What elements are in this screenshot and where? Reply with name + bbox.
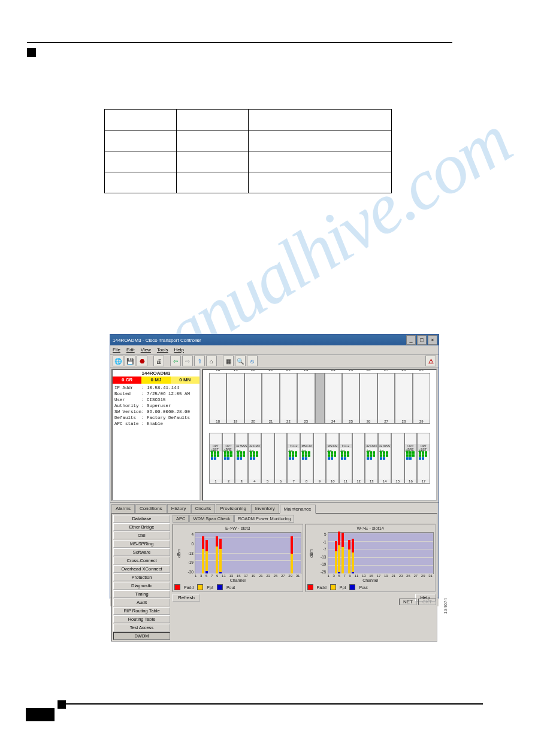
- main-tab-circuits[interactable]: Circuits: [191, 504, 216, 513]
- status-net[interactable]: NET: [399, 599, 417, 605]
- alarm-icon[interactable]: ⚠: [425, 356, 436, 366]
- slot-6[interactable]: 6: [274, 433, 288, 484]
- sub-tab-wdm-span-check[interactable]: WDM Span Check: [189, 515, 234, 523]
- slot-24[interactable]: 2424: [325, 373, 342, 424]
- slot-21[interactable]: 2121: [262, 373, 279, 424]
- alarm-mj[interactable]: 0 MJ: [141, 377, 170, 384]
- zoom-icon[interactable]: 🔍: [235, 356, 246, 366]
- slot-10[interactable]: 10MS/CMAct: [326, 433, 339, 484]
- slot-11[interactable]: 11TCC2Act: [339, 433, 352, 484]
- globe-icon[interactable]: 🌐: [113, 356, 123, 366]
- slot-17[interactable]: 17OPT BSTAct: [417, 433, 430, 484]
- slot-5[interactable]: 5: [261, 433, 274, 484]
- figure-number: 134674: [443, 598, 448, 614]
- slot-25[interactable]: 2525: [342, 373, 359, 424]
- ctc-screenshot: 144ROADM3 - Cisco Transport Controller _…: [110, 334, 439, 599]
- side-btn-ether-bridge[interactable]: Ether Bridge: [113, 523, 170, 531]
- print-icon[interactable]: 🖨: [153, 356, 164, 366]
- side-btn-software[interactable]: Software: [113, 548, 170, 556]
- menu-help[interactable]: Help: [174, 347, 184, 353]
- slot-16[interactable]: 16OPT PREAct: [404, 433, 418, 484]
- side-btn-routing-table[interactable]: Routing Table: [113, 615, 170, 623]
- side-btn-dwdm[interactable]: DWDM: [113, 632, 170, 640]
- slot-29[interactable]: 2929: [413, 373, 430, 424]
- link-icon[interactable]: ⎋: [247, 356, 258, 366]
- slot-23[interactable]: 2323: [297, 373, 315, 424]
- menu-view[interactable]: View: [141, 347, 151, 353]
- slot-1[interactable]: 1OPT BSTAct: [209, 433, 222, 484]
- node-title: 144ROADM3: [113, 370, 200, 377]
- maintenance-side-buttons: DatabaseEther BridgeOSIMS-SPRingSoftware…: [112, 514, 171, 641]
- refresh-button[interactable]: Refresh: [173, 594, 200, 602]
- slot-2[interactable]: 2OPT PREAct: [222, 433, 235, 484]
- slot-22[interactable]: 2222: [280, 373, 297, 424]
- menu-tools[interactable]: Tools: [157, 347, 168, 353]
- sub-tabs: APCWDM Span CheckROADM Power Monitoring: [173, 515, 436, 523]
- slot-3[interactable]: 332 WSSAct: [235, 433, 248, 484]
- side-btn-protection[interactable]: Protection: [113, 573, 170, 581]
- menu-file[interactable]: File: [113, 347, 120, 353]
- side-btn-audit[interactable]: Audit: [113, 599, 170, 606]
- main-tab-history[interactable]: History: [167, 504, 191, 513]
- footer-rule: [58, 703, 483, 705]
- grid-icon[interactable]: ▦: [223, 356, 234, 366]
- side-btn-timing[interactable]: Timing: [113, 590, 170, 598]
- node-info-text: IP Addr : 10.58.41.144 Booted : 7/25/06 …: [113, 384, 200, 428]
- footer-square-small: [58, 700, 66, 709]
- header-square: [27, 48, 36, 57]
- node-info-pane: 144ROADM3 0 CR 0 MJ 0 MN IP Addr : 10.58…: [111, 369, 201, 501]
- alarm-mn[interactable]: 0 MN: [171, 377, 200, 384]
- window-titlebar[interactable]: 144ROADM3 - Cisco Transport Controller _…: [110, 335, 439, 345]
- charts-row: E->W - slot3dBm40-13-19-3013579111315171…: [173, 524, 436, 592]
- save-icon[interactable]: 💾: [125, 356, 135, 366]
- alarm-cr[interactable]: 0 CR: [113, 377, 141, 384]
- side-btn-diagnostic[interactable]: Diagnostic: [113, 582, 170, 590]
- status-ckt[interactable]: CKT: [418, 599, 436, 605]
- shelf-bottom: 1OPT BSTAct2OPT PREAct332 WSSAct432 DMXA…: [209, 433, 430, 484]
- sub-tab-apc[interactable]: APC: [173, 515, 189, 523]
- main-tab-maintenance[interactable]: Maintenance: [280, 505, 316, 514]
- slot-18[interactable]: 1818: [209, 373, 226, 424]
- main-tab-inventory[interactable]: Inventory: [251, 504, 279, 513]
- chart-e-w-slot3: E->W - slot3dBm40-13-19-3013579111315171…: [173, 524, 303, 592]
- side-btn-rip-routing-table[interactable]: RIP Routing Table: [113, 607, 170, 615]
- main-tabs: AlarmsConditionsHistoryCircuitsProvision…: [110, 503, 439, 513]
- main-tab-conditions[interactable]: Conditions: [135, 504, 167, 513]
- slot-27[interactable]: 2727: [377, 373, 395, 424]
- fan-tray: [315, 373, 325, 424]
- slot-20[interactable]: 2020: [244, 373, 262, 424]
- stop-icon[interactable]: ⬣: [137, 356, 147, 366]
- home-icon[interactable]: ⌂: [206, 356, 217, 366]
- slot-9[interactable]: 9: [313, 433, 327, 484]
- shelf-view[interactable]: 1818191920202121222223232424252526262727…: [202, 369, 437, 501]
- back-icon[interactable]: ⇦: [170, 356, 181, 366]
- maximize-button[interactable]: □: [417, 335, 427, 345]
- slot-15[interactable]: 15: [391, 433, 404, 484]
- side-btn-test-access[interactable]: Test Access: [113, 624, 170, 631]
- side-btn-cross-connect[interactable]: Cross-Connect: [113, 557, 170, 564]
- slot-14[interactable]: 1432 WSSAct: [378, 433, 391, 484]
- side-btn-database[interactable]: Database: [113, 515, 170, 523]
- menu-edit[interactable]: Edit: [126, 347, 135, 353]
- app-title: 144ROADM3 - Cisco Transport Controller: [113, 338, 201, 343]
- up-icon[interactable]: ⇧: [194, 356, 205, 366]
- side-btn-overhead-xconnect[interactable]: Overhead XConnect: [113, 565, 170, 573]
- slot-4[interactable]: 432 DMXAct: [248, 433, 261, 484]
- sub-tab-roadm-power-monitoring[interactable]: ROADM Power Monitoring: [234, 515, 294, 523]
- main-tab-alarms[interactable]: Alarms: [111, 504, 135, 513]
- slot-12[interactable]: 12: [352, 433, 365, 484]
- slot-7[interactable]: 7TCC2Act: [287, 433, 300, 484]
- minimize-button[interactable]: _: [406, 335, 416, 345]
- slot-26[interactable]: 2626: [359, 373, 377, 424]
- slot-28[interactable]: 2828: [395, 373, 412, 424]
- slot-13[interactable]: 1332 DMXAct: [365, 433, 378, 484]
- close-button[interactable]: ×: [428, 335, 437, 345]
- slot-19[interactable]: 1919: [226, 373, 244, 424]
- chart-w-e-slot14: W->E - slot14dBm5-1-7-13-19-251357911131…: [306, 524, 436, 592]
- main-tab-provisioning[interactable]: Provisioning: [216, 504, 250, 513]
- side-btn-osi[interactable]: OSI: [113, 532, 170, 539]
- fwd-icon[interactable]: ⇨: [182, 356, 193, 366]
- menubar[interactable]: File Edit View Tools Help: [110, 345, 439, 354]
- slot-8[interactable]: 8MS/CMAct: [300, 433, 313, 484]
- side-btn-ms-spring[interactable]: MS-SPRing: [113, 540, 170, 548]
